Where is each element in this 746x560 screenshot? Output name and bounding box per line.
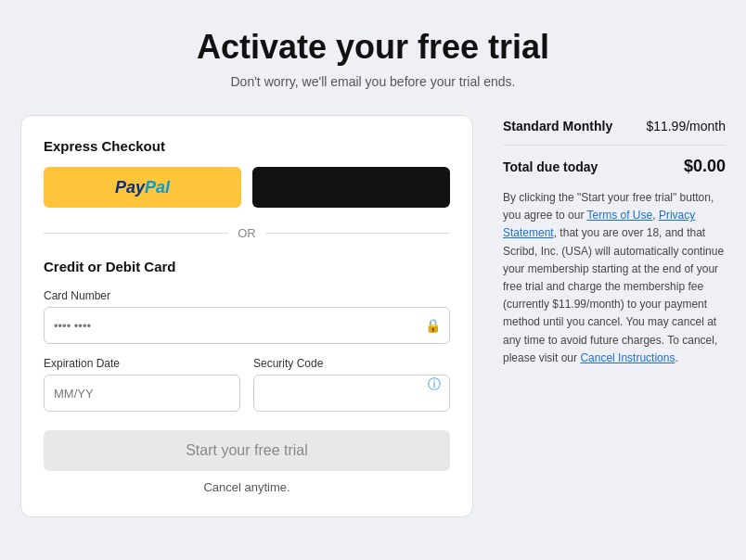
page-subtitle: Don't worry, we'll email you before your… [231,74,516,89]
cvv-label: Security Code [253,357,450,370]
card-number-label: Card Number [44,289,450,302]
cvv-group: Security Code ⓘ [253,357,450,412]
legal-text: By clicking the "Start your free trial" … [503,189,726,367]
or-divider: OR [44,226,450,240]
alternative-pay-button[interactable] [252,167,450,208]
right-panel: Standard Monthly $11.99/month Total due … [503,115,726,367]
card-lock-icon: 🔒 [425,318,441,333]
page-title: Activate your free trial [197,28,549,67]
express-checkout-label: Express Checkout [44,138,450,154]
cvv-info-icon[interactable]: ⓘ [428,376,441,393]
expiry-group: Expiration Date [44,357,240,412]
legal-text-4: . [675,351,677,364]
expiry-cvv-row: Expiration Date Security Code ⓘ [44,357,450,412]
legal-text-2: , [652,209,659,222]
card-number-wrapper: 🔒 [44,307,450,344]
terms-link[interactable]: Terms of Use [587,209,653,222]
card-section-title: Credit or Debit Card [44,259,450,274]
plan-name: Standard Monthly [503,119,612,134]
or-line-left [44,233,228,234]
cancel-instructions-link[interactable]: Cancel Instructions [580,351,675,364]
card-number-input[interactable] [44,307,450,344]
total-amount: $0.00 [684,157,726,176]
total-row: Total due today $0.00 [503,157,726,176]
cvv-input[interactable] [253,375,450,412]
divider-line [503,145,726,146]
left-panel: Express Checkout PayPal OR Credit or Deb… [20,115,473,517]
paypal-logo: PayPal [115,178,170,197]
legal-text-3: , that you are over 18, and that Scribd,… [503,226,724,363]
expiry-input[interactable] [44,375,240,412]
cancel-anytime-text: Cancel anytime. [44,480,450,494]
express-buttons: PayPal [44,167,450,208]
plan-price: $11.99/month [646,119,726,134]
total-label: Total due today [503,159,598,174]
or-text: OR [238,226,256,240]
main-content: Express Checkout PayPal OR Credit or Deb… [20,115,726,517]
paypal-button[interactable]: PayPal [44,167,241,208]
start-trial-button[interactable]: Start your free trial [44,430,450,471]
or-line-right [265,233,450,234]
expiry-label: Expiration Date [44,357,240,370]
plan-row: Standard Monthly $11.99/month [503,119,726,134]
